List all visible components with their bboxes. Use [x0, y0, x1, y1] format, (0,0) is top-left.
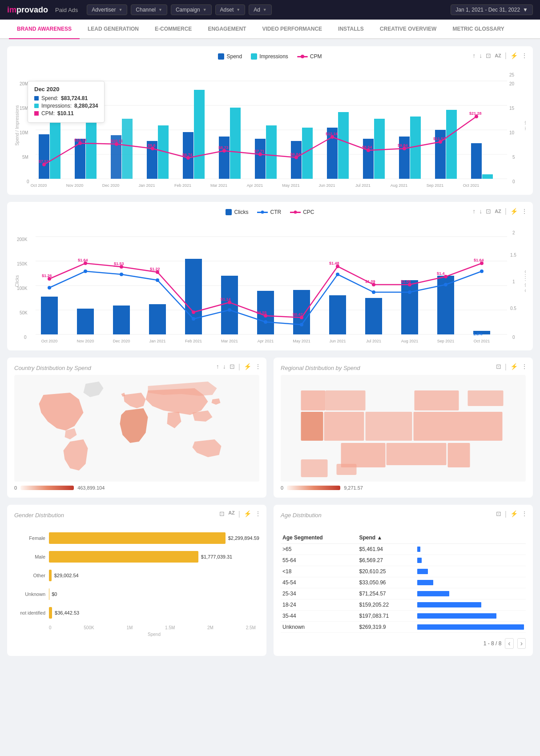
bar-cell [415, 544, 526, 555]
more-options-icon[interactable]: ⋮ [255, 510, 261, 518]
tab-metric-glossary[interactable]: METRIC GLOSSARY [444, 20, 512, 39]
export-icon[interactable]: ⊡ [496, 363, 501, 371]
maps-row: Country Distribution by Spend ↑ ↓ ⊡ | ⚡ … [7, 358, 533, 498]
legend-cpm-label: CPM [310, 53, 322, 60]
bolt-icon[interactable]: ⚡ [510, 52, 518, 59]
chart2-toolbar: ↑ ↓ ⊡ AZ | ⚡ ⋮ [472, 207, 528, 215]
svg-text:25: 25 [509, 72, 515, 77]
svg-text:200K: 200K [17, 237, 28, 242]
svg-text:2: 2 [512, 230, 515, 235]
bolt-icon[interactable]: ⚡ [510, 208, 518, 215]
svg-text:Dec 2020: Dec 2020 [102, 183, 120, 188]
date-range-filter[interactable]: Jan 1, 2021 - Dec 31, 2022 ▼ [451, 4, 533, 15]
svg-text:$1.09: $1.09 [401, 279, 411, 284]
sort-up-icon[interactable]: ↑ [472, 208, 476, 215]
tab-engagement[interactable]: ENGAGEMENT [200, 20, 254, 39]
az-sort-icon[interactable]: AZ [495, 53, 501, 58]
svg-text:$6.74: $6.74 [182, 153, 193, 157]
tab-brand-awareness[interactable]: BRAND AWARENESS [9, 20, 80, 39]
tab-creative-overview[interactable]: CREATIVE OVERVIEW [372, 20, 445, 39]
more-options-icon[interactable]: ⋮ [521, 52, 528, 59]
gender-bar-unknown: Unknown $0 [14, 588, 259, 600]
sort-down-icon[interactable]: ↓ [479, 208, 482, 215]
svg-point-129 [120, 273, 123, 276]
az-sort-icon[interactable]: AZ [495, 209, 501, 214]
legend-impressions: Impressions [251, 53, 288, 60]
prev-page-button[interactable]: ‹ [505, 638, 513, 649]
export-icon[interactable]: ⊡ [486, 208, 491, 215]
bolt-icon[interactable]: ⚡ [510, 510, 518, 518]
world-map-legend-min: 0 [14, 485, 17, 491]
chevron-down-icon: ▼ [158, 8, 162, 12]
svg-text:Aug 2021: Aug 2021 [401, 339, 419, 343]
tooltip-spend-dot [34, 96, 39, 101]
age-toolbar: ⊡ | ⚡ ⋮ [496, 510, 528, 518]
age-table: Age Segmented Spend ▲ >65 $5,461.94 55-6… [281, 532, 526, 633]
svg-text:Apr 2021: Apr 2021 [258, 339, 274, 343]
next-page-button[interactable]: › [517, 638, 526, 649]
us-map-svg [281, 377, 526, 479]
ad-filter[interactable]: Ad ▼ [249, 4, 272, 15]
chevron-down-icon: ▼ [203, 8, 207, 12]
adset-filter[interactable]: Adset ▼ [215, 4, 246, 15]
tab-installs[interactable]: INSTALLS [330, 20, 372, 39]
export-icon[interactable]: ⊡ [496, 510, 501, 518]
cpm-line-color [297, 56, 308, 57]
world-map-card: Country Distribution by Spend ↑ ↓ ⊡ | ⚡ … [7, 358, 266, 498]
world-map-gradient [20, 486, 74, 490]
channel-filter[interactable]: Channel ▼ [131, 4, 167, 15]
sort-up-icon[interactable]: ↑ [216, 363, 219, 371]
more-options-icon[interactable]: ⋮ [521, 208, 528, 215]
az-sort-icon[interactable]: AZ [228, 510, 235, 518]
svg-rect-31 [266, 125, 277, 179]
age-title: Age Distribution [281, 512, 526, 519]
svg-text:Apr 2021: Apr 2021 [247, 183, 263, 188]
chart1-tooltip: Dec 2020 Spend: $83,724.81 Impressions: … [28, 81, 105, 123]
export-icon[interactable]: ⊡ [219, 510, 225, 518]
export-icon[interactable]: ⊡ [230, 363, 235, 371]
advertiser-filter[interactable]: Advertiser ▼ [87, 4, 127, 15]
more-options-icon[interactable]: ⋮ [521, 510, 528, 518]
spend-cell: $5,461.94 [357, 544, 415, 555]
bolt-icon[interactable]: ⚡ [244, 510, 251, 518]
tab-ecommerce[interactable]: E-COMMERCE [147, 20, 200, 39]
main-content: ↑ ↓ ⊡ AZ | ⚡ ⋮ Spend Impressions CPM [0, 39, 540, 663]
tab-video-performance[interactable]: VIDEO PERFORMANCE [254, 20, 330, 39]
spend-cell: $159,205.22 [357, 599, 415, 611]
svg-rect-102 [77, 309, 94, 334]
gender-chart-area: Female $2,299,894.59 Male $1,777,039.31 [14, 532, 259, 637]
svg-text:$1.64: $1.64 [78, 258, 88, 262]
svg-text:$0.47: $0.47 [293, 312, 303, 317]
sort-up-icon[interactable]: ↑ [472, 52, 476, 59]
bolt-icon[interactable]: ⚡ [510, 363, 518, 371]
svg-text:$8.73: $8.73 [218, 145, 229, 150]
svg-point-130 [156, 278, 159, 282]
svg-text:10M: 10M [20, 130, 28, 135]
age-table-row: 55-64 $6,569.27 [281, 555, 526, 566]
svg-rect-172 [468, 390, 504, 406]
us-map-toolbar: ⊡ | ⚡ ⋮ [496, 363, 528, 371]
campaign-filter[interactable]: Campaign ▼ [171, 4, 212, 15]
svg-text:150K: 150K [17, 261, 28, 266]
age-segment-cell: <18 [281, 566, 357, 577]
svg-text:$0.55: $0.55 [257, 310, 267, 315]
sort-down-icon[interactable]: ↓ [479, 52, 482, 59]
svg-rect-104 [149, 304, 166, 334]
tab-lead-generation[interactable]: LEAD GENERATION [80, 20, 147, 39]
tooltip-cpm-row: CPM: $10.11 [34, 110, 98, 117]
more-options-icon[interactable]: ⋮ [255, 363, 261, 371]
gender-bar-not-identified-fill [49, 607, 52, 619]
col-spend: Spend ▲ [357, 532, 415, 544]
bolt-icon[interactable]: ⚡ [244, 363, 251, 371]
sort-down-icon[interactable]: ↓ [223, 363, 226, 371]
legend-impressions-label: Impressions [259, 53, 288, 60]
export-icon[interactable]: ⊡ [486, 52, 491, 59]
svg-text:May 2021: May 2021 [293, 339, 310, 343]
svg-text:$12.16: $12.16 [326, 132, 338, 136]
svg-rect-175 [366, 412, 412, 441]
top-nav: improvado Paid Ads Advertiser ▼ Channel … [0, 0, 540, 20]
age-segment-cell: 25-34 [281, 588, 357, 599]
svg-rect-179 [387, 443, 447, 465]
more-options-icon[interactable]: ⋮ [521, 363, 528, 371]
svg-text:0: 0 [27, 179, 29, 184]
